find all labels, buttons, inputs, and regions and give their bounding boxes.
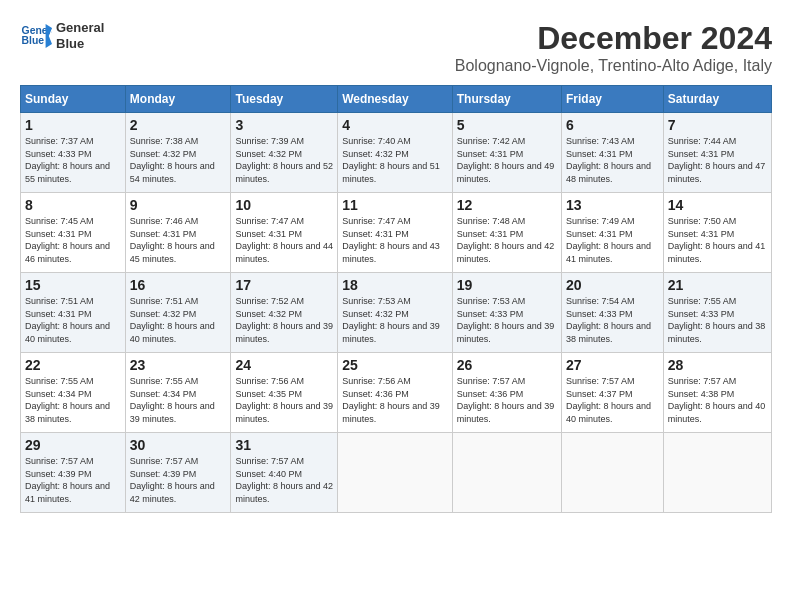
calendar-cell: 11Sunrise: 7:47 AMSunset: 4:31 PMDayligh… — [338, 193, 453, 273]
day-info: Sunrise: 7:47 AMSunset: 4:31 PMDaylight:… — [342, 215, 448, 265]
calendar-table: SundayMondayTuesdayWednesdayThursdayFrid… — [20, 85, 772, 513]
day-number: 12 — [457, 197, 557, 213]
day-number: 15 — [25, 277, 121, 293]
calendar-cell — [452, 433, 561, 513]
calendar-cell: 4Sunrise: 7:40 AMSunset: 4:32 PMDaylight… — [338, 113, 453, 193]
column-header-sunday: Sunday — [21, 86, 126, 113]
calendar-cell: 7Sunrise: 7:44 AMSunset: 4:31 PMDaylight… — [663, 113, 771, 193]
day-number: 28 — [668, 357, 767, 373]
calendar-cell: 27Sunrise: 7:57 AMSunset: 4:37 PMDayligh… — [562, 353, 664, 433]
calendar-week-row: 29Sunrise: 7:57 AMSunset: 4:39 PMDayligh… — [21, 433, 772, 513]
calendar-cell: 13Sunrise: 7:49 AMSunset: 4:31 PMDayligh… — [562, 193, 664, 273]
calendar-cell: 28Sunrise: 7:57 AMSunset: 4:38 PMDayligh… — [663, 353, 771, 433]
logo-text: General Blue — [56, 20, 104, 51]
calendar-cell: 5Sunrise: 7:42 AMSunset: 4:31 PMDaylight… — [452, 113, 561, 193]
svg-text:Blue: Blue — [22, 35, 45, 46]
location-title: Bolognano-Vignole, Trentino-Alto Adige, … — [455, 57, 772, 75]
column-header-saturday: Saturday — [663, 86, 771, 113]
day-number: 30 — [130, 437, 227, 453]
day-number: 4 — [342, 117, 448, 133]
calendar-cell: 10Sunrise: 7:47 AMSunset: 4:31 PMDayligh… — [231, 193, 338, 273]
column-header-wednesday: Wednesday — [338, 86, 453, 113]
day-number: 29 — [25, 437, 121, 453]
calendar-cell: 14Sunrise: 7:50 AMSunset: 4:31 PMDayligh… — [663, 193, 771, 273]
calendar-cell: 16Sunrise: 7:51 AMSunset: 4:32 PMDayligh… — [125, 273, 231, 353]
day-number: 19 — [457, 277, 557, 293]
calendar-cell: 30Sunrise: 7:57 AMSunset: 4:39 PMDayligh… — [125, 433, 231, 513]
day-info: Sunrise: 7:56 AMSunset: 4:36 PMDaylight:… — [342, 375, 448, 425]
calendar-cell — [562, 433, 664, 513]
day-number: 8 — [25, 197, 121, 213]
logo: General Blue General Blue — [20, 20, 104, 52]
day-info: Sunrise: 7:57 AMSunset: 4:40 PMDaylight:… — [235, 455, 333, 505]
day-info: Sunrise: 7:39 AMSunset: 4:32 PMDaylight:… — [235, 135, 333, 185]
day-number: 31 — [235, 437, 333, 453]
day-info: Sunrise: 7:40 AMSunset: 4:32 PMDaylight:… — [342, 135, 448, 185]
day-info: Sunrise: 7:48 AMSunset: 4:31 PMDaylight:… — [457, 215, 557, 265]
calendar-cell: 8Sunrise: 7:45 AMSunset: 4:31 PMDaylight… — [21, 193, 126, 273]
day-number: 16 — [130, 277, 227, 293]
day-info: Sunrise: 7:56 AMSunset: 4:35 PMDaylight:… — [235, 375, 333, 425]
calendar-cell: 3Sunrise: 7:39 AMSunset: 4:32 PMDaylight… — [231, 113, 338, 193]
day-info: Sunrise: 7:42 AMSunset: 4:31 PMDaylight:… — [457, 135, 557, 185]
calendar-cell: 12Sunrise: 7:48 AMSunset: 4:31 PMDayligh… — [452, 193, 561, 273]
day-number: 7 — [668, 117, 767, 133]
day-info: Sunrise: 7:53 AMSunset: 4:33 PMDaylight:… — [457, 295, 557, 345]
day-number: 9 — [130, 197, 227, 213]
logo-icon: General Blue — [20, 20, 52, 52]
day-number: 14 — [668, 197, 767, 213]
day-number: 22 — [25, 357, 121, 373]
calendar-week-row: 15Sunrise: 7:51 AMSunset: 4:31 PMDayligh… — [21, 273, 772, 353]
day-number: 27 — [566, 357, 659, 373]
day-number: 24 — [235, 357, 333, 373]
day-info: Sunrise: 7:51 AMSunset: 4:31 PMDaylight:… — [25, 295, 121, 345]
calendar-cell: 22Sunrise: 7:55 AMSunset: 4:34 PMDayligh… — [21, 353, 126, 433]
logo-line1: General — [56, 20, 104, 36]
day-info: Sunrise: 7:57 AMSunset: 4:39 PMDaylight:… — [130, 455, 227, 505]
day-info: Sunrise: 7:46 AMSunset: 4:31 PMDaylight:… — [130, 215, 227, 265]
calendar-week-row: 22Sunrise: 7:55 AMSunset: 4:34 PMDayligh… — [21, 353, 772, 433]
day-number: 2 — [130, 117, 227, 133]
column-header-thursday: Thursday — [452, 86, 561, 113]
day-info: Sunrise: 7:37 AMSunset: 4:33 PMDaylight:… — [25, 135, 121, 185]
calendar-cell: 19Sunrise: 7:53 AMSunset: 4:33 PMDayligh… — [452, 273, 561, 353]
calendar-cell: 29Sunrise: 7:57 AMSunset: 4:39 PMDayligh… — [21, 433, 126, 513]
day-info: Sunrise: 7:50 AMSunset: 4:31 PMDaylight:… — [668, 215, 767, 265]
calendar-cell: 31Sunrise: 7:57 AMSunset: 4:40 PMDayligh… — [231, 433, 338, 513]
day-number: 23 — [130, 357, 227, 373]
calendar-cell: 17Sunrise: 7:52 AMSunset: 4:32 PMDayligh… — [231, 273, 338, 353]
calendar-cell: 20Sunrise: 7:54 AMSunset: 4:33 PMDayligh… — [562, 273, 664, 353]
column-header-friday: Friday — [562, 86, 664, 113]
calendar-cell: 26Sunrise: 7:57 AMSunset: 4:36 PMDayligh… — [452, 353, 561, 433]
calendar-header-row: SundayMondayTuesdayWednesdayThursdayFrid… — [21, 86, 772, 113]
month-title: December 2024 — [455, 20, 772, 57]
day-number: 20 — [566, 277, 659, 293]
day-info: Sunrise: 7:57 AMSunset: 4:36 PMDaylight:… — [457, 375, 557, 425]
calendar-cell: 18Sunrise: 7:53 AMSunset: 4:32 PMDayligh… — [338, 273, 453, 353]
calendar-cell: 23Sunrise: 7:55 AMSunset: 4:34 PMDayligh… — [125, 353, 231, 433]
calendar-body: 1Sunrise: 7:37 AMSunset: 4:33 PMDaylight… — [21, 113, 772, 513]
day-number: 26 — [457, 357, 557, 373]
day-number: 3 — [235, 117, 333, 133]
calendar-cell: 6Sunrise: 7:43 AMSunset: 4:31 PMDaylight… — [562, 113, 664, 193]
day-number: 10 — [235, 197, 333, 213]
day-info: Sunrise: 7:51 AMSunset: 4:32 PMDaylight:… — [130, 295, 227, 345]
day-number: 13 — [566, 197, 659, 213]
day-info: Sunrise: 7:43 AMSunset: 4:31 PMDaylight:… — [566, 135, 659, 185]
day-info: Sunrise: 7:47 AMSunset: 4:31 PMDaylight:… — [235, 215, 333, 265]
title-area: December 2024 Bolognano-Vignole, Trentin… — [455, 20, 772, 75]
calendar-cell: 9Sunrise: 7:46 AMSunset: 4:31 PMDaylight… — [125, 193, 231, 273]
day-info: Sunrise: 7:49 AMSunset: 4:31 PMDaylight:… — [566, 215, 659, 265]
day-number: 1 — [25, 117, 121, 133]
day-number: 17 — [235, 277, 333, 293]
calendar-week-row: 1Sunrise: 7:37 AMSunset: 4:33 PMDaylight… — [21, 113, 772, 193]
day-info: Sunrise: 7:54 AMSunset: 4:33 PMDaylight:… — [566, 295, 659, 345]
calendar-cell — [663, 433, 771, 513]
calendar-cell: 24Sunrise: 7:56 AMSunset: 4:35 PMDayligh… — [231, 353, 338, 433]
day-number: 25 — [342, 357, 448, 373]
day-number: 21 — [668, 277, 767, 293]
day-info: Sunrise: 7:45 AMSunset: 4:31 PMDaylight:… — [25, 215, 121, 265]
calendar-week-row: 8Sunrise: 7:45 AMSunset: 4:31 PMDaylight… — [21, 193, 772, 273]
day-info: Sunrise: 7:55 AMSunset: 4:34 PMDaylight:… — [25, 375, 121, 425]
day-number: 11 — [342, 197, 448, 213]
